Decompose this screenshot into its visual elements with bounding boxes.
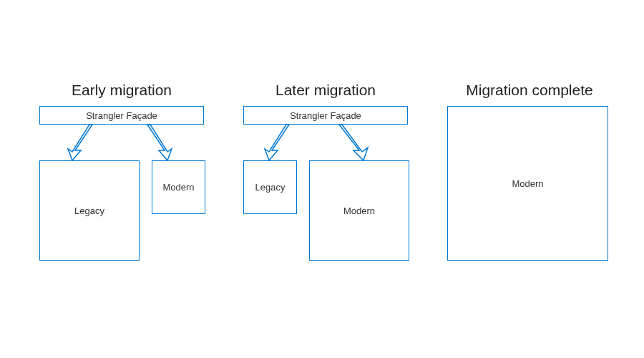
- legacy-label-later: Legacy: [255, 182, 286, 193]
- modern-box-early: Modern: [152, 160, 205, 214]
- modern-label-complete: Modern: [512, 178, 543, 189]
- facade-label-early: Strangler Façade: [86, 110, 157, 121]
- modern-box-complete: Modern: [447, 106, 608, 261]
- facade-box-later: Strangler Façade: [243, 106, 408, 125]
- legacy-box-early: Legacy: [39, 160, 140, 261]
- stage-title-later: Later migration: [243, 82, 408, 99]
- arrow-later-to-modern: [335, 125, 369, 162]
- legacy-label-early: Legacy: [74, 205, 104, 216]
- stage-title-early: Early migration: [39, 82, 204, 99]
- arrow-early-to-modern: [143, 125, 173, 162]
- stage-title-complete: Migration complete: [447, 82, 612, 99]
- modern-label-later: Modern: [343, 205, 375, 216]
- legacy-box-later: Legacy: [243, 160, 297, 214]
- modern-label-early: Modern: [162, 182, 194, 193]
- modern-box-later: Modern: [309, 160, 409, 261]
- arrow-early-to-legacy: [68, 125, 97, 162]
- facade-box-early: Strangler Façade: [39, 106, 204, 125]
- facade-label-later: Strangler Façade: [290, 110, 361, 121]
- arrow-later-to-legacy: [265, 125, 293, 162]
